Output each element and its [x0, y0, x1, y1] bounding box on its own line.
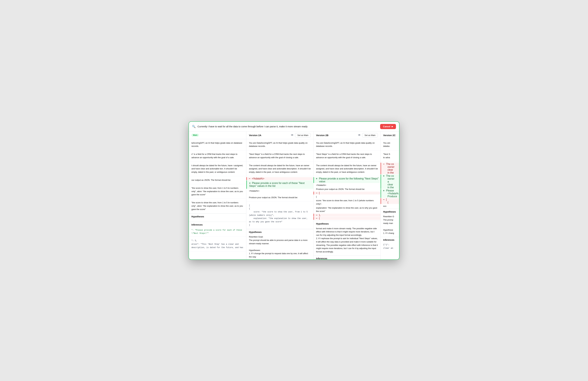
- v2a-criteria: The content should always be dated for t…: [246, 162, 313, 176]
- v2a-added-text: Please provide a score for each of these…: [249, 182, 305, 187]
- version-2c-title: Version 2C: [383, 134, 396, 136]
- v2c-added-text-1: The co owner a clear in the: [386, 175, 394, 189]
- v2b-field-desc: "Next Steps" is a field for a CRM that t…: [314, 150, 380, 162]
- search-icon: 🔍: [192, 125, 196, 128]
- v2a-hypotheses-label: Hypotheses: [246, 229, 313, 234]
- v2b-criteria-text: The content should always be dated for t…: [316, 164, 378, 173]
- main-column: Main taScoringGPT, an AI that helps grad…: [189, 132, 246, 259]
- v2a-diff-section: − <%data%> + Please provide a score for …: [246, 176, 313, 194]
- version-2b-actions: 👁 Set as Main: [358, 133, 378, 137]
- version-2a-content: You are DataScoringGPT, an AI that helps…: [246, 139, 313, 259]
- version-2c-content: You aredataba "Next Sto adva − The co ow…: [381, 139, 399, 259]
- main-badge: Main: [191, 134, 199, 136]
- v2b-diff-section: + Please provide a score for the followi…: [314, 176, 380, 221]
- v2c-inf-text: {"1":clear an: [383, 244, 393, 249]
- main-hypotheses-label: Hypotheses: [189, 214, 246, 219]
- v2b-json-explanation: explanation: "the explanation to show th…: [314, 206, 380, 213]
- v2a-intro-text: You are DataScoringGPT, an AI that helps…: [249, 142, 308, 147]
- v2c-added-text-2: Please <%data% Produce: [386, 189, 399, 198]
- plus-sign-2c-2: +: [383, 189, 384, 192]
- v2b-diff-removed-3: − {: [314, 217, 380, 220]
- main-section-1: taScoringGPT, an AI that helps grade dat…: [189, 139, 246, 151]
- main-column-header: Main: [189, 132, 246, 139]
- main-code-text: ": "Please provide a score for each of t…: [191, 229, 242, 234]
- content-area: Main taScoringGPT, an AI that helps grad…: [189, 132, 399, 259]
- main-text-3: t should always be dated for the future,…: [191, 164, 243, 173]
- version-2b-column: Version 2B 👁 Set as Main You are DataSco…: [314, 132, 381, 259]
- v2a-json: [ { score: "the score to show the user, …: [246, 202, 313, 229]
- v2b-criteria: The content should always be dated for t…: [314, 162, 380, 176]
- v2c-inferences-label: Inferences: [381, 237, 399, 242]
- v2c-field-text: "Next Sto adva: [383, 153, 390, 159]
- search-bar: 🔍 Cancel: [189, 122, 399, 132]
- main-section-6: "the score to show the user, from 1 to 5…: [189, 199, 246, 213]
- version-2c-column: Version 2C You aredataba "Next Sto adva …: [381, 132, 399, 259]
- version-2a-title: Version 2A: [249, 134, 261, 136]
- v2b-neutral-2: Produce your output as JSON. The format …: [314, 187, 380, 191]
- main-inference-text: ": 5, ation": "This 'Next Step' has a cl…: [191, 240, 243, 249]
- v2c-hypotheses-content: Rewritten GThe prompready manHypothese1.…: [381, 214, 399, 237]
- v2a-output-text: Produce your output as JSON. The format …: [249, 196, 298, 199]
- minus-sign-2b-2: −: [316, 214, 317, 217]
- main-hypotheses-content: [189, 219, 246, 222]
- eye-icon-2b[interactable]: 👁: [358, 134, 361, 137]
- v2b-diff-added-1: + Please provide a score for the followi…: [314, 177, 380, 183]
- main-inference-section: ": 5, ation": "This 'Next Step' has a cl…: [189, 237, 246, 252]
- v2a-diff-removed: − <%data%>: [246, 177, 313, 180]
- minus-sign-2a: −: [249, 177, 250, 180]
- v2a-diff-added: + Please provide a score for each of the…: [246, 180, 313, 189]
- v2c-intro: You aredataba: [381, 139, 399, 151]
- minus-sign-2b-1: −: [316, 192, 317, 195]
- set-as-main-2a-button[interactable]: Set as Main: [295, 133, 311, 137]
- v2a-output: Produce your output as JSON. The format …: [246, 194, 313, 202]
- v2b-removed-text-1: [: [319, 192, 319, 195]
- v2b-hypotheses-label: Hypotheses: [314, 221, 380, 226]
- v2c-intro-text: You aredataba: [383, 142, 390, 147]
- main-modal: 🔍 Cancel Main taScoringGPT, an AI that h…: [189, 121, 399, 260]
- main-text-5: "the score to show the user, from 1 to 5…: [191, 187, 243, 196]
- v2b-diff-removed-1: − [: [314, 192, 380, 195]
- v2b-field-desc-text: "Next Steps" is a field for a CRM that t…: [316, 153, 372, 159]
- v2a-field-desc-text: "Next Steps" is a field for a CRM that t…: [249, 153, 305, 159]
- version-2a-header: Version 2A 👁 Set as Main: [246, 132, 313, 139]
- v2c-diff-removed-1: − The co owner clear in the: [381, 163, 399, 174]
- version-2c-header: Version 2C: [381, 132, 399, 139]
- v2c-removed-text-2: [ {: [386, 198, 388, 204]
- main-section-5: "the score to show the user, from 1 to 5…: [189, 184, 246, 199]
- plus-sign-2c-1: +: [383, 175, 384, 177]
- version-2b-header-left: Version 2B: [316, 134, 329, 136]
- v2b-hypotheses-content: format and make it more stream ready. Th…: [314, 226, 380, 255]
- v2a-hypotheses-content: Rewritten Goal: The prompt should be abl…: [246, 234, 313, 259]
- v2b-inferences-label: Inferences: [314, 255, 380, 259]
- version-2a-header-left: Version 2A: [249, 134, 261, 136]
- cancel-button[interactable]: Cancel: [380, 124, 396, 129]
- plus-sign-2b-1: +: [316, 177, 317, 180]
- eye-icon-2a[interactable]: 👁: [291, 134, 294, 137]
- version-2a-actions: 👁 Set as Main: [291, 133, 311, 137]
- v2a-removed-text: <%data%>: [252, 177, 264, 180]
- version-2b-header: Version 2B 👁 Set as Main: [314, 132, 380, 139]
- v2c-diff-added-2: + Please <%data% Produce: [381, 189, 399, 198]
- minus-sign-2b-3: −: [316, 217, 317, 220]
- v2c-diff-section: − The co owner clear in the + The co own…: [381, 162, 399, 209]
- v2b-diff-removed-2: − },: [314, 214, 380, 217]
- v2c-score: sco: [381, 204, 399, 208]
- main-section-3: t should always be dated for the future,…: [189, 162, 246, 176]
- version-2c-header-left: Version 2C: [383, 134, 396, 136]
- minus-sign-2c-2: −: [383, 198, 384, 201]
- search-input[interactable]: [197, 125, 378, 128]
- v2c-removed-text-1: The co owner clear in the: [386, 163, 394, 174]
- v2a-field-desc: "Next Steps" is a field for a CRM that t…: [246, 150, 313, 162]
- version-2a-column: Version 2A 👁 Set as Main You are DataSco…: [246, 132, 314, 259]
- v2c-inferences-content: {"1":clear an: [381, 242, 399, 252]
- v2c-diff-added-1: + The co owner a clear in the: [381, 175, 399, 189]
- v2c-hyp-text: Rewritten GThe prompready manHypothese1.…: [383, 215, 394, 234]
- minus-sign-2c-1: −: [383, 163, 384, 166]
- v2a-intro: You are DataScoringGPT, an AI that helps…: [246, 139, 313, 151]
- v2b-json-score: score: "the score to show the user, from…: [314, 199, 380, 206]
- v2c-diff-removed-2: − [ {: [381, 198, 399, 204]
- v2a-diff-neutral: <%data%>:: [246, 189, 313, 193]
- main-inferences-label: Inferences: [189, 222, 246, 227]
- set-as-main-2b-button[interactable]: Set as Main: [362, 133, 378, 137]
- main-text-1: taScoringGPT, an AI that helps grade dat…: [191, 142, 242, 147]
